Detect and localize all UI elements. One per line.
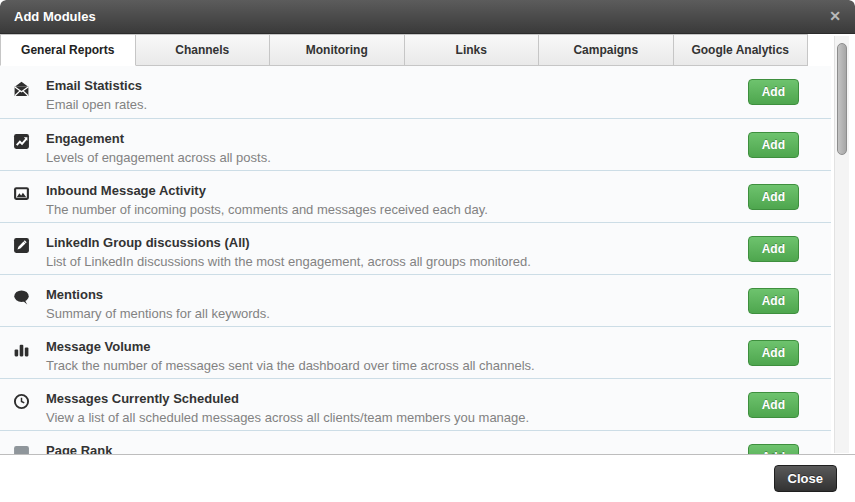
scrollbar-thumb[interactable] bbox=[837, 43, 847, 155]
module-text: Message VolumeTrack the number of messag… bbox=[46, 339, 755, 373]
add-button[interactable]: Add bbox=[748, 288, 799, 314]
tab-general-reports[interactable]: General Reports bbox=[0, 34, 136, 66]
close-icon[interactable]: ✕ bbox=[829, 0, 841, 33]
page-rank-icon bbox=[13, 445, 30, 454]
module-text: Page Rank bbox=[46, 443, 755, 454]
module-title: Page Rank bbox=[46, 443, 755, 454]
module-text: MentionsSummary of mentions for all keyw… bbox=[46, 287, 755, 321]
module-description: Summary of mentions for all keywords. bbox=[46, 306, 755, 321]
add-button[interactable]: Add bbox=[748, 184, 799, 210]
module-title: Mentions bbox=[46, 287, 755, 302]
engagement-chart-icon bbox=[13, 133, 30, 150]
email-icon bbox=[13, 80, 30, 97]
photo-icon bbox=[13, 185, 30, 202]
module-row: Messages Currently ScheduledView a list … bbox=[0, 378, 831, 430]
module-row: Page RankAdd bbox=[0, 430, 831, 454]
module-row: LinkedIn Group discussions (All)List of … bbox=[0, 222, 831, 274]
module-list: Email StatisticsEmail open rates.AddEnga… bbox=[0, 66, 831, 454]
speech-bubble-icon bbox=[13, 289, 30, 306]
tab-monitoring[interactable]: Monitoring bbox=[270, 34, 405, 66]
add-button[interactable]: Add bbox=[748, 444, 799, 454]
add-button[interactable]: Add bbox=[748, 79, 799, 105]
dialog-title: Add Modules bbox=[14, 0, 96, 34]
module-row: Message VolumeTrack the number of messag… bbox=[0, 326, 831, 378]
close-button[interactable]: Close bbox=[774, 465, 837, 492]
module-row: Inbound Message ActivityThe number of in… bbox=[0, 170, 831, 222]
module-title: Messages Currently Scheduled bbox=[46, 391, 755, 406]
tab-links[interactable]: Links bbox=[405, 34, 540, 66]
module-title: Engagement bbox=[46, 131, 755, 146]
module-title: LinkedIn Group discussions (All) bbox=[46, 235, 755, 250]
pencil-icon bbox=[13, 237, 30, 254]
module-description: Track the number of messages sent via th… bbox=[46, 358, 755, 373]
module-text: Inbound Message ActivityThe number of in… bbox=[46, 183, 755, 217]
module-row: Email StatisticsEmail open rates.Add bbox=[0, 66, 831, 118]
add-button[interactable]: Add bbox=[748, 236, 799, 262]
module-description: View a list of all scheduled messages ac… bbox=[46, 410, 755, 425]
add-button[interactable]: Add bbox=[748, 132, 799, 158]
module-description: The number of incoming posts, comments a… bbox=[46, 202, 755, 217]
tab-channels[interactable]: Channels bbox=[136, 34, 271, 66]
module-title: Message Volume bbox=[46, 339, 755, 354]
add-button[interactable]: Add bbox=[748, 392, 799, 418]
dialog-titlebar: Add Modules ✕ bbox=[0, 0, 855, 34]
module-row: EngagementLevels of engagement across al… bbox=[0, 118, 831, 170]
module-text: EngagementLevels of engagement across al… bbox=[46, 131, 755, 165]
tab-google-analytics[interactable]: Google Analytics bbox=[674, 34, 809, 66]
module-title: Inbound Message Activity bbox=[46, 183, 755, 198]
module-description: Levels of engagement across all posts. bbox=[46, 150, 755, 165]
bar-chart-icon bbox=[13, 341, 30, 358]
dialog-footer: Close bbox=[0, 454, 855, 502]
tab-campaigns[interactable]: Campaigns bbox=[539, 34, 674, 66]
add-button[interactable]: Add bbox=[748, 340, 799, 366]
module-row: MentionsSummary of mentions for all keyw… bbox=[0, 274, 831, 326]
module-description: List of LinkedIn discussions with the mo… bbox=[46, 254, 755, 269]
clock-icon bbox=[13, 393, 30, 410]
module-title: Email Statistics bbox=[46, 78, 755, 93]
scrollbar[interactable] bbox=[834, 36, 849, 453]
add-modules-dialog: Add Modules ✕ General ReportsChannelsMon… bbox=[0, 0, 855, 502]
tab-bar: General ReportsChannelsMonitoringLinksCa… bbox=[0, 34, 808, 66]
module-text: Messages Currently ScheduledView a list … bbox=[46, 391, 755, 425]
module-text: LinkedIn Group discussions (All)List of … bbox=[46, 235, 755, 269]
module-description: Email open rates. bbox=[46, 97, 755, 112]
module-text: Email StatisticsEmail open rates. bbox=[46, 78, 755, 112]
